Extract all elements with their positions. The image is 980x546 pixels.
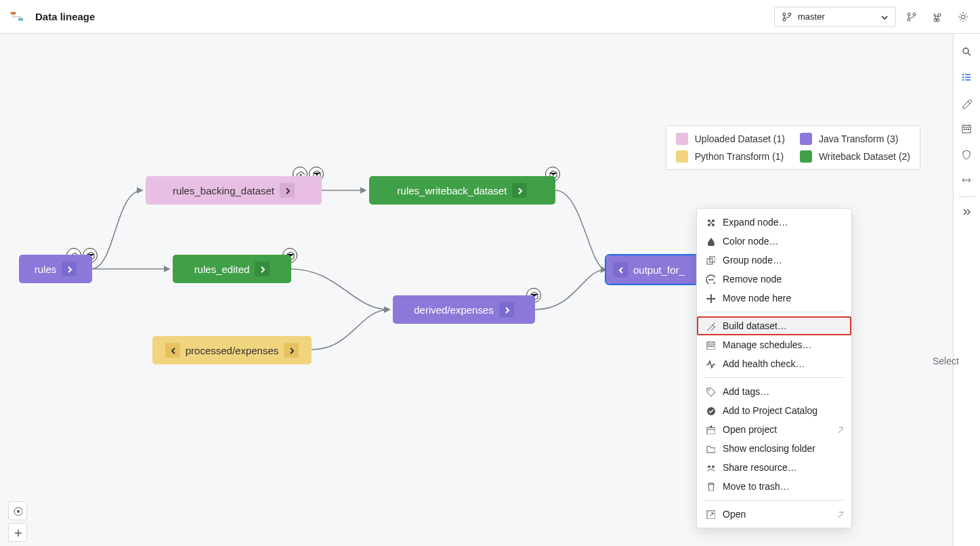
node-label: rules_writeback_dataset [398,185,507,196]
legend-item[interactable]: Java Transform (3) [800,133,910,145]
ctx-remove-node[interactable]: Remove node [697,270,851,289]
svg-rect-45 [11,12,16,14]
node-rules-backing[interactable]: rules_backing_dataset [146,176,322,205]
box-icon [706,425,715,434]
tag-icon [706,387,715,396]
list-icon [961,72,973,84]
ctx-add-to-project-catalog[interactable]: Add to Project Catalog [697,401,851,420]
swatch [800,133,812,145]
legend-item[interactable]: Uploaded Dataset (1) [676,133,786,145]
branch-icon [906,12,917,22]
expand-right-icon[interactable] [512,183,527,198]
legend-item[interactable]: Python Transform (1) [676,150,786,163]
node-label: processed/expenses [186,345,279,356]
zoom-in-button[interactable] [8,523,27,542]
ctx-label: Share resource… [723,462,797,473]
expand-left-icon[interactable] [613,262,628,277]
branch-selector[interactable]: master [774,7,896,27]
node-label: rules [35,264,57,275]
ctx-label: Show enclosing folder [723,443,815,454]
right-rail [953,34,980,546]
node-label: output_for_ [633,264,685,276]
move-icon [706,293,715,303]
expand-right-icon[interactable] [280,183,295,198]
node-rules[interactable]: rules [19,255,92,283]
ctx-label: Add tags… [723,386,769,397]
collapse-icon [961,207,973,219]
rail-collapse-button[interactable] [954,200,981,226]
node-output-for[interactable]: output_for_ [606,255,698,284]
settings-button[interactable] [953,7,973,27]
folder-icon [706,444,715,453]
open-icon [706,509,715,519]
ctx-label: Add to Project Catalog [723,405,817,416]
ctx-open-project[interactable]: Open project [697,420,851,439]
swatch [800,150,812,163]
remove-icon [706,274,715,284]
ctx-label: Color node… [723,236,779,247]
calendar-icon [961,123,973,135]
svg-rect-46 [18,18,23,20]
node-label: derived/expenses [414,304,494,316]
ctx-show-enclosing-folder[interactable]: Show enclosing folder [697,439,851,458]
app-header: Data lineage master [0,0,980,34]
context-menu: Expand node…Color node…Group node…Remove… [696,208,852,528]
expand-right-icon[interactable] [499,302,514,317]
command-icon [932,12,943,22]
rail-build-button[interactable] [954,91,981,117]
expand-right-icon[interactable] [284,343,299,358]
ctx-label: Manage schedules… [723,339,812,350]
expand-right-icon[interactable] [62,261,77,276]
branch-icon [782,12,792,22]
ctx-label: Remove node [723,274,782,285]
ctx-label: Build dataset… [723,320,787,331]
legend-panel: Uploaded Dataset (1)Java Transform (3)Py… [666,125,920,170]
ctx-label: Open project [723,424,777,435]
fit-icon [961,175,973,187]
swatch [676,133,688,145]
ctx-color-node[interactable]: Color node… [697,232,851,251]
ctx-label: Expand node… [723,217,788,228]
external-icon [835,510,843,518]
legend-label: Writeback Dataset (2) [819,151,910,162]
node-derived-expenses[interactable]: derived/expenses [393,295,535,324]
shortcuts-button[interactable] [927,7,947,27]
expand-left-icon[interactable] [165,343,180,358]
ctx-move-node-here[interactable]: Move node here [697,289,851,308]
node-label: rules_backing_dataset [173,185,274,196]
search-icon [961,46,973,58]
node-processed-expenses[interactable]: processed/expenses [152,336,312,364]
side-hint: Select [933,356,980,366]
ctx-add-health-check[interactable]: Add health check… [697,354,851,373]
zoom-fit-button[interactable] [8,501,27,520]
build-icon [961,98,973,110]
rail-search-button[interactable] [954,39,981,65]
zoom-controls [8,501,27,542]
legend-label: Java Transform (3) [819,133,898,144]
rail-shield-button[interactable] [954,142,981,168]
ctx-label: Move node here [723,293,791,303]
ctx-move-to-trash[interactable]: Move to trash… [697,477,851,496]
ctx-build-dataset[interactable]: Build dataset… [697,316,851,335]
ctx-manage-schedules[interactable]: Manage schedules… [697,335,851,354]
ctx-add-tags[interactable]: Add tags… [697,382,851,401]
legend-item[interactable]: Writeback Dataset (2) [800,150,910,163]
ctx-label: Group node… [723,255,782,266]
legend-label: Python Transform (1) [695,151,784,162]
ctx-group-node[interactable]: Group node… [697,251,851,270]
node-rules-edited[interactable]: rules_edited [173,255,291,283]
ctx-share-resource[interactable]: Share resource… [697,458,851,477]
expand-node-icon [706,217,715,227]
pulse-icon [706,359,715,369]
rail-list-button[interactable] [954,65,981,91]
ctx-open[interactable]: Open [697,505,851,524]
ctx-label: Add health check… [723,358,805,369]
ctx-expand-node[interactable]: Expand node… [697,213,851,232]
node-rules-writeback[interactable]: rules_writeback_dataset [369,176,555,205]
rail-fit-button[interactable] [954,168,981,194]
gear-icon [958,12,968,22]
trash-icon [706,482,715,491]
rail-calendar-button[interactable] [954,117,981,142]
expand-right-icon[interactable] [255,261,270,276]
branches-button[interactable] [901,7,922,27]
